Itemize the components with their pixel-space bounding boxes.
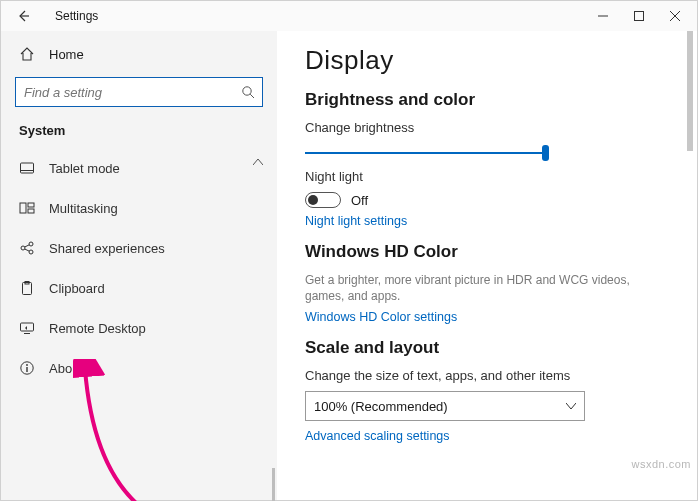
close-icon bbox=[670, 11, 680, 21]
search-input[interactable] bbox=[16, 85, 234, 100]
arrow-left-icon bbox=[16, 9, 30, 23]
svg-line-16 bbox=[25, 249, 30, 251]
hdcolor-desc: Get a brighter, more vibrant picture in … bbox=[305, 272, 645, 304]
window-title: Settings bbox=[55, 9, 98, 23]
svg-rect-11 bbox=[28, 209, 34, 213]
remote-icon bbox=[19, 320, 41, 336]
svg-line-6 bbox=[250, 94, 254, 98]
search-box[interactable] bbox=[15, 77, 263, 107]
clipboard-icon bbox=[19, 280, 41, 296]
tablet-icon bbox=[19, 160, 41, 176]
about-icon bbox=[19, 360, 41, 376]
sidebar-item-about[interactable]: About bbox=[1, 348, 277, 388]
sidebar-item-shared-experiences[interactable]: Shared experiences bbox=[1, 228, 277, 268]
sidebar: Home System Tablet mode bbox=[1, 31, 277, 500]
main-scrollbar[interactable] bbox=[685, 31, 695, 500]
category-header: System bbox=[1, 119, 277, 148]
toggle-knob bbox=[308, 195, 318, 205]
svg-point-22 bbox=[26, 364, 28, 366]
slider-thumb[interactable] bbox=[542, 145, 549, 161]
close-button[interactable] bbox=[657, 2, 693, 30]
titlebar: Settings bbox=[1, 1, 697, 31]
page-title: Display bbox=[305, 45, 697, 76]
watermark: wsxdn.com bbox=[631, 458, 691, 470]
svg-point-13 bbox=[29, 242, 33, 246]
sidebar-item-remote-desktop[interactable]: Remote Desktop bbox=[1, 308, 277, 348]
search-icon bbox=[234, 85, 262, 99]
back-button[interactable] bbox=[9, 2, 37, 30]
scrollbar-thumb[interactable] bbox=[687, 31, 693, 151]
settings-window: Settings Home bbox=[0, 0, 698, 501]
brightness-heading: Brightness and color bbox=[305, 90, 697, 110]
svg-rect-2 bbox=[635, 12, 644, 21]
svg-rect-9 bbox=[20, 203, 26, 213]
sidebar-item-clipboard[interactable]: Clipboard bbox=[1, 268, 277, 308]
chevron-down-icon bbox=[566, 403, 576, 409]
sidebar-scrollbar[interactable] bbox=[272, 468, 275, 501]
home-icon bbox=[19, 46, 41, 62]
advanced-scaling-link[interactable]: Advanced scaling settings bbox=[305, 429, 697, 443]
svg-rect-7 bbox=[21, 163, 34, 173]
maximize-icon bbox=[634, 11, 644, 21]
nightlight-label: Night light bbox=[305, 169, 697, 184]
sidebar-item-label: Multitasking bbox=[49, 201, 118, 216]
change-brightness-label: Change brightness bbox=[305, 120, 697, 135]
svg-point-5 bbox=[243, 87, 251, 95]
sidebar-item-multitasking[interactable]: Multitasking bbox=[1, 188, 277, 228]
hdcolor-heading: Windows HD Color bbox=[305, 242, 697, 262]
scale-heading: Scale and layout bbox=[305, 338, 697, 358]
chevron-up-icon bbox=[253, 159, 263, 165]
brightness-slider[interactable] bbox=[305, 143, 545, 163]
window-controls bbox=[585, 2, 693, 30]
sidebar-item-tablet-mode[interactable]: Tablet mode bbox=[1, 148, 277, 188]
minimize-button[interactable] bbox=[585, 2, 621, 30]
scale-change-label: Change the size of text, apps, and other… bbox=[305, 368, 697, 383]
scale-value: 100% (Recommended) bbox=[314, 399, 448, 414]
main-content: Display Brightness and color Change brig… bbox=[277, 31, 697, 500]
nightlight-settings-link[interactable]: Night light settings bbox=[305, 214, 697, 228]
svg-rect-10 bbox=[28, 203, 34, 207]
share-icon bbox=[19, 240, 41, 256]
svg-line-15 bbox=[25, 245, 30, 247]
nav-list: Tablet mode Multitasking Shared experien… bbox=[1, 148, 277, 500]
nightlight-toggle[interactable] bbox=[305, 192, 341, 208]
scroll-up-button[interactable] bbox=[249, 148, 267, 176]
hdcolor-settings-link[interactable]: Windows HD Color settings bbox=[305, 310, 697, 324]
sidebar-item-label: Remote Desktop bbox=[49, 321, 146, 336]
home-label: Home bbox=[49, 47, 84, 62]
maximize-button[interactable] bbox=[621, 2, 657, 30]
home-nav[interactable]: Home bbox=[1, 37, 277, 71]
sidebar-item-label: Shared experiences bbox=[49, 241, 165, 256]
scale-dropdown[interactable]: 100% (Recommended) bbox=[305, 391, 585, 421]
sidebar-item-label: Tablet mode bbox=[49, 161, 120, 176]
nightlight-state: Off bbox=[351, 193, 368, 208]
nightlight-toggle-row: Off bbox=[305, 192, 697, 208]
minimize-icon bbox=[598, 11, 608, 21]
svg-point-14 bbox=[29, 250, 33, 254]
slider-track bbox=[305, 152, 545, 154]
sidebar-item-label: About bbox=[49, 361, 83, 376]
svg-point-12 bbox=[21, 246, 25, 250]
body: Home System Tablet mode bbox=[1, 31, 697, 500]
sidebar-item-label: Clipboard bbox=[49, 281, 105, 296]
multitask-icon bbox=[19, 200, 41, 216]
